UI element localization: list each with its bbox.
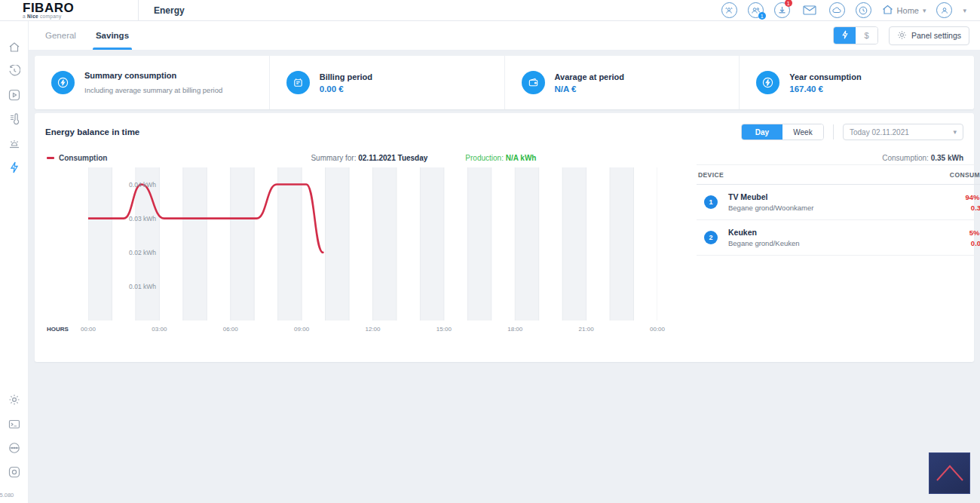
users-icon[interactable]: 1 [748, 2, 764, 18]
logo-subtext: a Nice company [23, 14, 138, 19]
summary-cards: Summary consumption Including average su… [35, 56, 974, 109]
card-value: 167.40 € [789, 84, 861, 94]
device-location: Begane grond/Keuken [728, 239, 800, 247]
unit-energy-button[interactable] [834, 27, 856, 44]
chart-plot-area[interactable] [88, 167, 657, 321]
tab-savings[interactable]: Savings [96, 21, 129, 50]
x-tick-label: 00:00 [81, 326, 96, 333]
y-tick-label: 0.02 kWh [129, 249, 156, 256]
legend-consumption: Consumption [47, 154, 107, 162]
sidebar-item-hub[interactable] [0, 460, 29, 484]
scroll-top-widget[interactable] [929, 452, 970, 494]
table-row[interactable]: 2 Keuken Begane grond/Keuken 5% of use 0… [697, 220, 980, 256]
download-update-icon[interactable]: 1 [774, 2, 790, 18]
chevron-down-icon[interactable]: ▾ [963, 7, 966, 14]
sidebar: 5.080 [0, 21, 29, 503]
x-tick-label: 00:00 [650, 326, 665, 333]
card-title: Summary consumption [84, 71, 222, 80]
device-rank-badge: 2 [704, 231, 718, 244]
card-title: Year consumption [789, 72, 861, 81]
device-name: TV Meubel [728, 192, 813, 201]
updates-badge: 1 [785, 0, 792, 7]
y-tick-label: 0.03 kWh [129, 215, 156, 222]
gear-icon [897, 30, 907, 41]
card-title: Billing period [320, 72, 372, 81]
clock-icon[interactable] [856, 2, 871, 18]
sidebar-item-console[interactable] [0, 412, 29, 436]
users-badge: 1 [758, 12, 766, 20]
card-title: Avarage at period [555, 72, 625, 81]
panel-settings-label: Panel settings [911, 31, 961, 40]
date-select-value: Today 02.11.2021 [850, 128, 909, 136]
content: Summary consumption Including average su… [29, 50, 980, 503]
alarm-user-icon[interactable] [721, 2, 737, 18]
sidebar-item-history[interactable] [0, 59, 29, 83]
legend-label: Consumption [59, 154, 107, 162]
sidebar-item-scenes[interactable] [0, 83, 29, 107]
wallet-circle-icon [522, 71, 545, 94]
cloud-icon[interactable] [829, 2, 845, 18]
x-tick-label: 12:00 [365, 326, 380, 333]
page-title: Energy [139, 5, 185, 16]
summary-for: Summary for: 02.11.2021 Tuesday [311, 154, 427, 162]
home-icon [882, 5, 893, 17]
tab-bar: General Savings $ Panel settings [29, 21, 980, 50]
device-kwh: 0.02 [971, 239, 980, 247]
energy-circle-icon [51, 71, 75, 94]
x-tick-label: 15:00 [436, 326, 452, 333]
day-button[interactable]: Day [742, 124, 782, 140]
lightning-icon [842, 30, 848, 41]
card-value: 0.00 € [320, 84, 372, 94]
version-label: 5.080 [0, 484, 29, 503]
sidebar-item-settings[interactable] [0, 388, 29, 412]
energy-chart-svg [88, 167, 657, 321]
sidebar-item-alarm[interactable] [0, 131, 29, 155]
tab-general[interactable]: General [45, 21, 76, 50]
card-average-period: Avarage at period N/A € [504, 56, 740, 109]
sidebar-item-climate[interactable] [0, 107, 29, 131]
header-consumption: CONSUMPTION [950, 171, 980, 179]
home-label: Home [897, 6, 919, 15]
mail-icon[interactable] [801, 2, 819, 18]
week-button[interactable]: Week [782, 124, 823, 140]
sidebar-item-home[interactable] [0, 35, 29, 59]
production-summary: Production: N/A kWh [465, 154, 536, 162]
home-selector[interactable]: Home ▾ [882, 5, 926, 17]
energy-chart: 0.01 kWh0.02 kWh0.03 kWh0.04 kWh HOURS 0… [47, 167, 688, 345]
device-location: Begane grond/Woonkamer [728, 204, 813, 212]
energy-chart-circle-icon [756, 71, 779, 94]
y-tick-label: 0.04 kWh [129, 181, 156, 189]
panel-settings-button[interactable]: Panel settings [889, 26, 969, 45]
sidebar-item-energy[interactable] [0, 155, 29, 179]
x-tick-label: 21:00 [579, 326, 594, 333]
divider [833, 124, 834, 140]
fibaro-logo[interactable]: FIBARO a Nice company [0, 2, 138, 19]
card-billing-period: Billing period 0.00 € [269, 56, 504, 109]
top-header: FIBARO a Nice company Energy 1 1 [0, 0, 980, 21]
x-tick-label: 09:00 [294, 326, 309, 333]
x-axis-ticks: 00:0003:0006:0009:0012:0015:0018:0021:00… [88, 326, 657, 336]
panel-title: Energy balance in time [45, 127, 139, 136]
chevron-up-icon [929, 453, 969, 493]
card-year-consumption: Year consumption 167.40 € [739, 56, 974, 109]
card-value: N/A € [555, 84, 625, 94]
consumption-summary: Consumption: 0.35 kWh [882, 154, 963, 162]
table-header: DEVICE CONSUMPTION [697, 164, 980, 185]
logo-text: FIBARO [23, 2, 138, 14]
unit-currency-button[interactable]: $ [856, 27, 877, 44]
x-axis-title: HOURS [47, 326, 69, 333]
range-toggle: Day Week [741, 124, 824, 140]
date-select[interactable]: Today 02.11.2021 ▾ [843, 124, 963, 140]
y-tick-label: 0.01 kWh [129, 283, 156, 290]
table-row[interactable]: 1 TV Meubel Begane grond/Woonkamer 94% o… [697, 185, 980, 220]
x-tick-label: 18:00 [507, 326, 522, 333]
sidebar-item-network[interactable] [0, 436, 29, 460]
chevron-down-icon: ▾ [923, 7, 926, 14]
x-tick-label: 06:00 [223, 326, 238, 333]
device-percent: 5% [969, 228, 980, 237]
meter-circle-icon [286, 71, 310, 94]
account-icon[interactable] [936, 2, 952, 18]
legend-dash-icon [47, 157, 54, 159]
x-tick-label: 03:00 [152, 326, 167, 333]
device-rank-badge: 1 [704, 195, 718, 209]
